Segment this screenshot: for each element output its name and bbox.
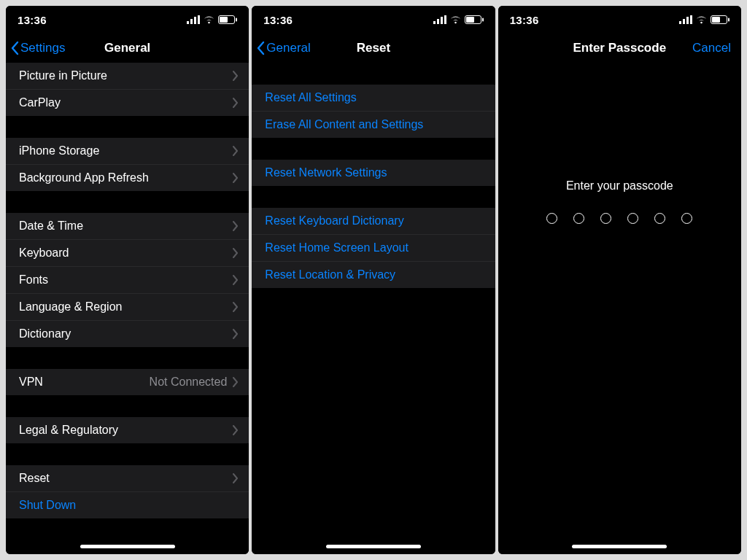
wifi-icon [695, 15, 708, 24]
status-time: 13:36 [510, 14, 539, 26]
reset-list: Reset All Settings Erase All Content and… [252, 63, 495, 554]
status-bar: 13:36 [6, 6, 249, 34]
cancel-button[interactable]: Cancel [692, 34, 731, 63]
svg-rect-19 [712, 17, 720, 23]
row-dictionary[interactable]: Dictionary [6, 320, 249, 347]
row-reset-keyboard-dictionary[interactable]: Reset Keyboard Dictionary [252, 208, 495, 234]
row-legal-regulatory[interactable]: Legal & Regulatory [6, 417, 249, 443]
chevron-right-icon [233, 98, 239, 108]
group-3: VPN Not Connected [6, 369, 249, 395]
back-label: General [266, 41, 310, 55]
battery-icon [465, 15, 484, 24]
row-label: Reset All Settings [265, 91, 356, 104]
chevron-right-icon [233, 221, 239, 231]
phone-reset: 13:36 General Reset Reset All Settings E… [252, 6, 495, 554]
row-vpn[interactable]: VPN Not Connected [6, 369, 249, 395]
back-button[interactable]: Settings [6, 41, 65, 55]
svg-rect-16 [686, 17, 689, 24]
settings-list: Picture in Picture CarPlay iPhone Storag… [6, 63, 249, 554]
passcode-area: Enter your passcode [498, 63, 741, 554]
svg-rect-20 [728, 18, 729, 22]
row-label: Reset Keyboard Dictionary [265, 214, 403, 228]
row-background-app-refresh[interactable]: Background App Refresh [6, 164, 249, 191]
phone-general: 13:36 Settings General Picture in Pictur… [6, 6, 249, 554]
row-label: Reset Network Settings [265, 166, 387, 179]
chevron-right-icon [233, 377, 239, 387]
back-label: Settings [20, 41, 65, 55]
svg-rect-17 [690, 15, 692, 24]
passcode-dot [573, 213, 584, 224]
chevron-left-icon [10, 41, 19, 55]
svg-rect-2 [194, 17, 196, 24]
chevron-right-icon [233, 71, 239, 81]
row-label: Fonts [19, 273, 48, 287]
chevron-left-icon [256, 41, 265, 55]
row-reset-location-privacy[interactable]: Reset Location & Privacy [252, 261, 495, 288]
row-label: CarPlay [19, 96, 61, 109]
back-button[interactable]: General [252, 41, 310, 55]
row-shut-down[interactable]: Shut Down [6, 491, 249, 518]
svg-rect-6 [236, 18, 237, 22]
row-reset-network[interactable]: Reset Network Settings [252, 160, 495, 186]
row-erase-all-content[interactable]: Erase All Content and Settings [252, 111, 495, 138]
chevron-right-icon [233, 248, 239, 258]
passcode-dot [681, 213, 692, 224]
group-0: Picture in Picture CarPlay [6, 63, 249, 116]
row-reset[interactable]: Reset [6, 465, 249, 491]
row-label: VPN [19, 376, 43, 389]
passcode-dot [654, 213, 665, 224]
row-label: Keyboard [19, 246, 69, 260]
nav-bar: Settings General [6, 34, 249, 63]
cellular-icon [433, 15, 446, 24]
status-icons [433, 15, 484, 24]
chevron-right-icon [233, 473, 239, 483]
row-iphone-storage[interactable]: iPhone Storage [6, 138, 249, 164]
home-indicator[interactable] [80, 545, 175, 548]
row-picture-in-picture[interactable]: Picture in Picture [6, 63, 249, 89]
row-language-region[interactable]: Language & Region [6, 293, 249, 320]
passcode-dots[interactable] [546, 213, 692, 224]
svg-rect-3 [198, 15, 200, 24]
three-phone-layout: 13:36 Settings General Picture in Pictur… [0, 0, 747, 560]
row-fonts[interactable]: Fonts [6, 266, 249, 293]
group-4: Legal & Regulatory [6, 417, 249, 443]
nav-bar: Enter Passcode Cancel [498, 34, 741, 63]
status-bar: 13:36 [498, 6, 741, 34]
row-keyboard[interactable]: Keyboard [6, 239, 249, 266]
svg-rect-12 [466, 17, 474, 23]
wifi-icon [449, 15, 462, 24]
svg-rect-1 [190, 19, 193, 24]
row-carplay[interactable]: CarPlay [6, 89, 249, 116]
chevron-right-icon [233, 425, 239, 435]
row-label: Language & Region [19, 300, 122, 314]
status-time: 13:36 [18, 14, 47, 26]
row-label: Date & Time [19, 219, 83, 233]
svg-rect-7 [433, 21, 436, 24]
passcode-dot [627, 213, 638, 224]
battery-icon [711, 15, 729, 24]
group-1: iPhone Storage Background App Refresh [6, 138, 249, 191]
chevron-right-icon [233, 275, 239, 285]
row-reset-all-settings[interactable]: Reset All Settings [252, 85, 495, 111]
status-icons [679, 15, 729, 24]
svg-rect-8 [437, 19, 439, 24]
svg-rect-14 [679, 21, 681, 24]
nav-bar: General Reset [252, 34, 495, 63]
row-label: Picture in Picture [19, 69, 107, 82]
home-indicator[interactable] [572, 545, 667, 548]
battery-icon [218, 15, 237, 24]
row-reset-home-screen[interactable]: Reset Home Screen Layout [252, 234, 495, 261]
svg-rect-5 [220, 17, 228, 23]
status-time: 13:36 [263, 14, 293, 26]
group-0: Reset All Settings Erase All Content and… [252, 85, 495, 138]
chevron-right-icon [233, 329, 239, 339]
svg-rect-15 [683, 19, 685, 24]
row-date-time[interactable]: Date & Time [6, 213, 249, 239]
row-label: Reset Location & Privacy [265, 268, 395, 281]
cellular-icon [679, 15, 692, 24]
group-2: Date & Time Keyboard Fonts Language & Re… [6, 213, 249, 347]
svg-rect-9 [441, 17, 443, 24]
passcode-prompt: Enter your passcode [566, 179, 673, 192]
svg-rect-0 [187, 21, 189, 24]
home-indicator[interactable] [326, 545, 421, 548]
